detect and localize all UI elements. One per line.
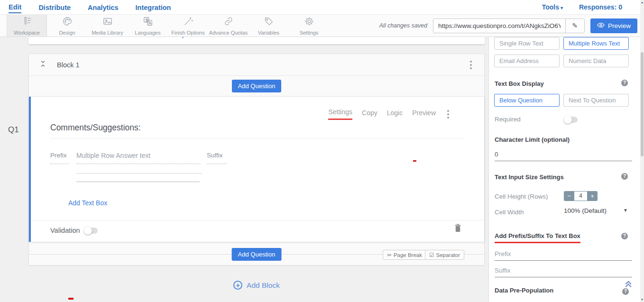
toolbar-tab-advance-quotas[interactable]: Advance Quotas [208,15,248,37]
svg-text:文: 文 [145,18,148,22]
cell-width-label: Cell Width [495,209,524,216]
toolbar-tab-languages[interactable]: 文A Languages [128,15,168,37]
answer-text-field[interactable]: Multiple Row Answer text [76,152,201,164]
eye-icon [597,22,605,29]
type-multiple-rows-text-button[interactable]: Multiple Rows Text [563,37,629,50]
pencil-icon: ✎ [572,22,578,29]
nav-tabs: Edit Distribute Analytics Integration [9,1,171,13]
top-nav: Edit Distribute Analytics Integration To… [0,0,644,14]
scrollbar-up-arrow[interactable]: ▲ [640,1,644,4]
image-icon [102,16,113,28]
type-email-address-button[interactable]: Email Address [494,55,560,67]
validation-toggle[interactable] [85,228,98,234]
main-area: Q1 Block 1 Add Question Settings Copy Lo… [0,37,644,302]
help-icon[interactable]: ? [621,173,628,180]
responses-link[interactable]: Responses: 0 [579,3,622,11]
question-card: Settings Copy Logic Preview Comments/Sug… [29,97,484,242]
toolbar-tab-label: Design [59,30,75,36]
display-next-to-question-button[interactable]: Next To Question [563,94,629,107]
toolbar-tab-label: Advance Quotas [209,30,248,36]
increase-rows-button[interactable]: + [587,191,598,201]
cell-width-select[interactable]: 100% (Default) [564,207,607,214]
question-title[interactable]: Comments/Suggestions: [50,123,141,133]
add-text-box-link[interactable]: Add Text Box [68,199,107,207]
prefix-input[interactable] [495,250,632,261]
nav-tab-analytics[interactable]: Analytics [88,1,118,13]
type-numeric-data-button[interactable]: Numeric Data [563,55,629,67]
survey-url-input[interactable] [433,19,565,33]
toolbar-tab-label: Languages [135,30,160,36]
add-question-button-bottom[interactable]: Add Question [232,248,282,261]
chain-link-icon [223,16,234,28]
collapse-block-icon[interactable] [39,60,46,70]
checkbox-icon: ☑ [429,252,434,258]
required-label: Required [495,116,521,123]
survey-url-group: ✎ [433,18,585,33]
page-scrollbar[interactable]: ▲ ▼ [640,0,644,302]
block-header: Block 1 [29,54,484,76]
scrollbar-down-arrow[interactable]: ▼ [640,298,644,301]
nav-tab-edit[interactable]: Edit [9,1,21,13]
validation-label: Validation [50,227,80,234]
block-menu-kebab-icon[interactable] [470,61,472,69]
suffix-cell[interactable]: Suffix [207,152,227,164]
scroll-to-top-icon[interactable] [624,279,633,290]
display-below-question-button[interactable]: Below Question [494,94,560,107]
gear-icon [304,16,314,28]
tools-menu[interactable]: Tools▾ [542,3,563,11]
question-tab-settings[interactable]: Settings [328,108,352,120]
cell-height-label: Cell Height (Rows) [495,193,548,200]
stray-red-mark [68,298,74,300]
page-break-button[interactable]: ✂Page Break [383,250,426,260]
stray-red-mark [413,160,416,162]
toolbar-tab-variables[interactable]: Variables [248,15,289,37]
toolbar-tab-finish-options[interactable]: Finish Options [168,15,208,37]
toolbar-right: All changes saved ✎ Preview [379,15,644,37]
type-single-row-text-button[interactable]: Single Row Text [494,37,560,50]
text-box-display-title: Text Box Display [495,80,544,87]
add-block-button[interactable]: + Add Block [28,281,485,290]
help-icon[interactable]: ? [621,80,628,86]
preview-button[interactable]: Preview [590,18,637,33]
toolbar: Workspace Design Media Library 文A Langua… [0,14,644,37]
required-toggle[interactable] [565,117,578,123]
scrollbar-thumb[interactable] [641,52,644,156]
character-limit-title: Character Limit (optional) [495,136,570,143]
question-tab-copy[interactable]: Copy [362,109,377,119]
separator-button[interactable]: ☑Separator [425,250,464,260]
toolbar-tab-workspace[interactable]: Workspace [7,15,47,37]
character-limit-input[interactable] [495,151,632,161]
nav-tab-distribute[interactable]: Distribute [38,1,71,13]
nav-tab-integration[interactable]: Integration [136,1,171,13]
prefix-cell[interactable]: Prefix [50,152,69,164]
help-icon[interactable]: ? [621,233,628,239]
add-question-row-bottom: Add Question ✂Page Break ☑Separator [29,242,484,265]
toolbar-tabs: Workspace Design Media Library 文A Langua… [0,15,329,37]
questionpro-survey-editor: Edit Distribute Analytics Integration To… [0,0,644,302]
add-question-button-top[interactable]: Add Question [232,80,282,92]
validation-row: Validation [50,227,98,234]
block-card: Block 1 Add Question Settings Copy Logic… [28,54,485,265]
toolbar-tab-settings[interactable]: Settings [289,15,329,37]
workspace-icon [22,16,32,28]
answer-row-line [76,173,202,174]
decrease-rows-button[interactable]: − [564,191,574,201]
delete-question-trash-icon[interactable] [454,224,461,234]
nav-right: Tools▾ Responses: 0 [542,3,622,11]
caret-down-icon[interactable]: ▼ [623,208,628,213]
edit-url-button[interactable]: ✎ [565,19,584,33]
save-status-text: All changes saved [379,22,427,29]
toolbar-tab-label: Finish Options [171,30,204,36]
toolbar-tab-design[interactable]: Design [47,15,87,37]
toolbar-tab-label: Settings [300,30,319,36]
suffix-input[interactable] [495,267,632,277]
question-tab-preview[interactable]: Preview [412,109,436,119]
cell-height-value[interactable]: 4 [574,191,587,201]
question-tabs: Settings Copy Logic Preview [328,108,461,120]
question-number-label: Q1 [8,125,19,135]
prefix-suffix-title: Add Prefix/Suffix To Text Box [495,232,580,243]
question-tab-logic[interactable]: Logic [387,109,403,119]
question-menu-kebab-icon[interactable] [447,110,449,119]
divider [31,220,484,220]
toolbar-tab-media-library[interactable]: Media Library [87,15,128,37]
